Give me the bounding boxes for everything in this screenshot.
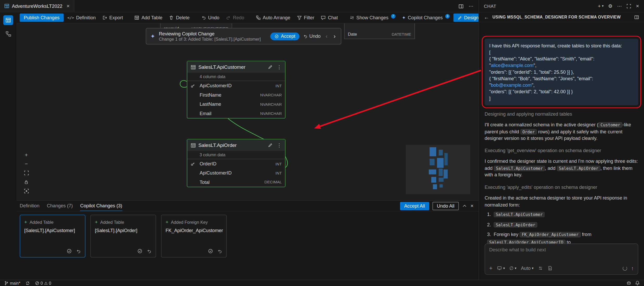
edit-table-icon[interactable] — [268, 65, 273, 70]
tab-changes[interactable]: Changes (7) — [47, 201, 73, 211]
branch-indicator[interactable]: main* — [4, 281, 20, 285]
code-icon: </> — [67, 16, 74, 20]
auto-arrange-icon — [256, 15, 261, 20]
publish-changes-button[interactable]: Publish Changes — [20, 14, 64, 22]
undo-button[interactable]: Undo — [198, 14, 222, 21]
instructions-icon[interactable] — [548, 265, 552, 271]
bell-icon[interactable] — [635, 281, 640, 286]
table-menu-icon[interactable]: ⋮ — [277, 142, 282, 148]
accept-change-icon[interactable] — [208, 248, 213, 254]
next-change-icon[interactable]: › — [332, 33, 337, 39]
column-row[interactable]: TotalDECIMAL — [187, 178, 285, 187]
gear-icon[interactable]: ⚙ — [608, 3, 613, 9]
change-card-foreign-key[interactable]: +Added Foreign Key FK_ApiOrder_ApiCustom… — [161, 215, 227, 257]
diff-added-icon: + — [24, 219, 27, 225]
show-changes-button[interactable]: Show Changes7 — [346, 14, 398, 21]
minimap-block — [440, 184, 443, 188]
lock-button[interactable] — [23, 179, 29, 185]
table-card-apicustomer[interactable]: SalesLT.ApiCustomer ⋮ 4 column data ApiC… — [187, 61, 285, 119]
copilot-icon[interactable] — [626, 281, 631, 286]
table-menu-icon[interactable]: ⋮ — [277, 64, 282, 70]
chat-history[interactable]: I have this API response format, create … — [479, 22, 644, 280]
error-icon — [35, 281, 39, 285]
designer-toolbar: Publish Changes </>Definition Export Add… — [16, 12, 478, 23]
edit-table-icon[interactable] — [268, 143, 273, 148]
tab-close-icon[interactable]: × — [67, 3, 70, 9]
problems-indicator[interactable]: 0 ⚠ 0 — [35, 281, 51, 285]
user-message: I have this API response format, create … — [485, 39, 638, 105]
fit-view-button[interactable] — [23, 188, 29, 194]
delete-button[interactable]: Delete — [166, 14, 192, 21]
minimap[interactable] — [406, 145, 470, 194]
filter-icon — [297, 15, 302, 20]
email-link[interactable]: alice@example.com — [491, 63, 533, 68]
editor-tab-bar: AdventureWorksLT2022 × ⋯ — [0, 0, 479, 12]
split-editor-icon[interactable] — [458, 3, 464, 9]
column-row[interactable]: FirstNameNVARCHAR — [187, 90, 285, 100]
column-row[interactable]: EmailNVARCHAR — [187, 109, 285, 118]
zoom-out-button[interactable]: − — [23, 161, 29, 167]
list-item: 2.SalesLT.ApiOrder — [485, 221, 638, 228]
redo-button[interactable]: Redo — [223, 14, 247, 21]
send-icon[interactable]: ↑ — [631, 265, 634, 271]
tab-schema-designer[interactable]: AdventureWorksLT2022 × — [0, 0, 74, 12]
editor-more-icon[interactable]: ⋯ — [469, 3, 474, 9]
undo-change-icon[interactable] — [76, 248, 81, 254]
sync-icon[interactable] — [25, 281, 30, 285]
undo-change-icon[interactable] — [147, 248, 152, 254]
zoom-in-button[interactable]: + — [23, 152, 29, 158]
editor-actions: ⋯ — [458, 0, 478, 12]
column-row[interactable]: OrderIDINT — [187, 159, 285, 168]
export-button[interactable]: Export — [99, 14, 126, 21]
tab-title: AdventureWorksLT2022 — [12, 3, 62, 8]
accept-all-button[interactable]: Accept All — [400, 202, 429, 210]
device-picker[interactable]: ▾ — [497, 266, 505, 271]
copilot-changes-button[interactable]: ✦Copilot Changes3 — [399, 14, 453, 22]
panel-maximize-icon[interactable] — [462, 203, 467, 208]
accept-button[interactable]: Accept — [270, 32, 299, 40]
undo-change-icon[interactable] — [217, 248, 222, 254]
schema-explorer-view-icon[interactable] — [3, 29, 13, 39]
chat-more-icon[interactable]: ⋯ — [617, 3, 622, 9]
close-chat-icon[interactable]: × — [636, 3, 639, 9]
column-count: 4 column data — [187, 73, 285, 81]
tab-copilot-changes[interactable]: Copilot Changes (3) — [80, 201, 122, 211]
minimap-block — [443, 170, 448, 179]
new-chat-icon[interactable]: +▾ — [598, 3, 604, 9]
back-icon[interactable]: ← — [484, 14, 489, 20]
column-row[interactable]: LastNameNVARCHAR — [187, 100, 285, 109]
accept-change-icon[interactable] — [67, 248, 72, 254]
mode-picker[interactable]: ∅▾ — [509, 265, 516, 271]
panel-close-icon[interactable]: × — [471, 203, 474, 209]
fullscreen-button[interactable] — [23, 170, 29, 176]
app-window: AdventureWorksLT2022 × ⋯ CHAT +▾ ⚙ ⋯ × — [0, 0, 644, 286]
definition-button[interactable]: </>Definition — [65, 14, 99, 21]
table-card-apiorder[interactable]: SalesLT.ApiOrder ⋮ 3 column data OrderID… — [187, 139, 285, 187]
toast-undo-button[interactable]: Undo — [303, 34, 321, 39]
schema-canvas[interactable]: rowguidUNIQUEIDENTIFIER DateDATETIME — [16, 23, 478, 200]
column-row[interactable]: ApiCustomerIDINT — [187, 168, 285, 177]
column-row[interactable]: ApiCustomerIDINT — [187, 81, 285, 90]
monitor-icon — [497, 266, 502, 271]
schema-designer-view-icon[interactable] — [3, 15, 13, 25]
changes-panel: Definition Changes (7) Copilot Changes (… — [16, 200, 478, 280]
prev-change-icon[interactable]: ‹ — [324, 33, 329, 39]
open-in-editor-icon[interactable] — [634, 14, 639, 20]
expand-chat-icon[interactable] — [627, 3, 632, 9]
tab-definition[interactable]: Definition — [20, 201, 40, 211]
change-card-apiorder[interactable]: +Added Table [SalesLT].[ApiOrder] — [90, 215, 156, 257]
chat-input-field[interactable] — [489, 247, 634, 252]
chat-button[interactable]: Chat — [318, 14, 341, 21]
change-card-apicustomer[interactable]: +Added Table [SalesLT].[ApiCustomer] — [20, 215, 86, 257]
auto-arrange-button[interactable]: Auto Arrange — [253, 14, 293, 21]
filter-button[interactable]: Filter — [294, 14, 317, 21]
tools-icon[interactable] — [538, 265, 543, 271]
email-link[interactable]: bob@example.com — [491, 83, 532, 88]
model-picker[interactable]: Auto▾ — [521, 266, 533, 271]
undo-all-button[interactable]: Undo All — [432, 202, 459, 210]
inline-code: SalesLT.ApiOrder — [494, 222, 537, 227]
table-plus-icon — [134, 15, 139, 20]
accept-change-icon[interactable] — [137, 248, 143, 254]
add-table-button[interactable]: Add Table — [132, 14, 165, 21]
add-context-icon[interactable]: + — [489, 265, 493, 271]
